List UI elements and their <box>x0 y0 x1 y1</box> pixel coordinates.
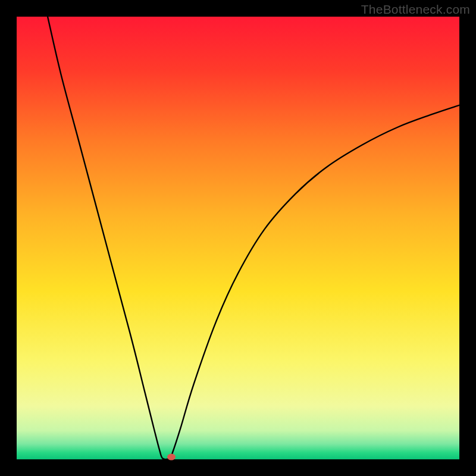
bottleneck-curve <box>17 17 459 459</box>
watermark-text: TheBottleneck.com <box>361 2 470 17</box>
optimal-point-marker <box>167 453 176 460</box>
chart-frame <box>17 17 459 459</box>
